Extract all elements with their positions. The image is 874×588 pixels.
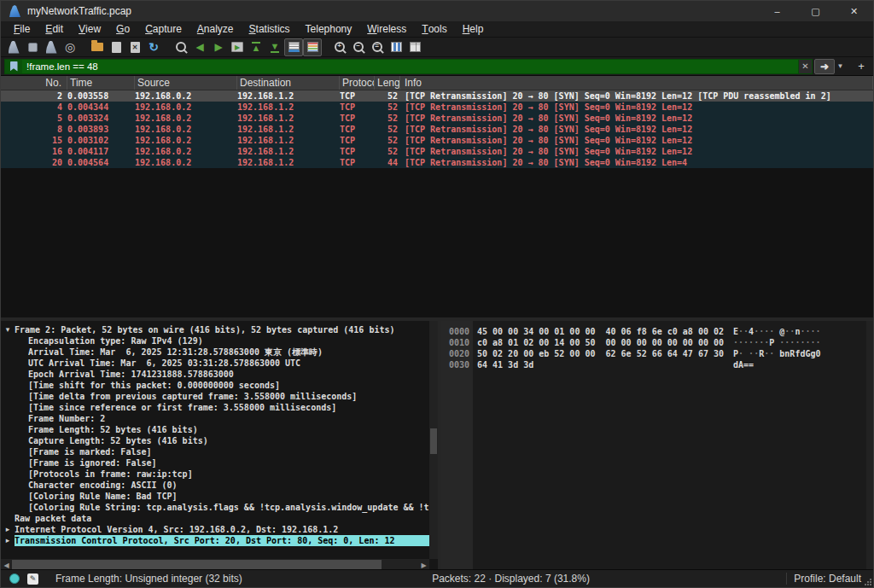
go-to-packet-button[interactable]: ▶: [228, 38, 247, 56]
filter-dropdown-caret[interactable]: ▼: [835, 59, 846, 74]
hex-row[interactable]: 003064 41 3d 3ddA==: [441, 359, 866, 370]
menu-item-file[interactable]: File: [6, 21, 38, 37]
packet-row[interactable]: 150.003102192.168.0.2192.168.1.2TCP52[TC…: [1, 135, 873, 146]
display-filter-field[interactable]: ✕: [4, 59, 813, 74]
reload-file-icon: ↻: [149, 41, 159, 53]
detail-line[interactable]: Raw packet data: [1, 513, 429, 524]
expander-icon[interactable]: ▸: [1, 535, 15, 546]
cell-protocol: TCP: [340, 135, 375, 146]
zoom-normal-button[interactable]: =: [368, 38, 387, 56]
expander-icon[interactable]: ▾: [1, 324, 15, 335]
detail-line[interactable]: Frame Number: 2: [1, 413, 429, 424]
detail-line[interactable]: [Coloring Rule Name: Bad TCP]: [1, 491, 429, 502]
bytes-vertical-scrollbar[interactable]: [866, 321, 873, 571]
column-header-source[interactable]: Source: [135, 76, 237, 90]
menu-item-help[interactable]: Help: [455, 21, 492, 37]
capture-comment-icon[interactable]: ✎: [27, 573, 38, 585]
start-capture-button[interactable]: [4, 38, 23, 56]
packet-row[interactable]: 20.003558192.168.0.2192.168.1.2TCP52[TCP…: [1, 90, 873, 102]
zoom-out-button[interactable]: −: [349, 38, 368, 56]
go-to-top-button[interactable]: ▲: [247, 38, 265, 56]
menu-item-capture[interactable]: Capture: [137, 21, 189, 37]
column-header-protocol[interactable]: Protocol: [340, 76, 375, 90]
detail-text: Character encoding: ASCII (0): [28, 480, 429, 491]
stop-capture-button[interactable]: [23, 38, 42, 56]
column-header-length[interactable]: Length: [375, 76, 400, 90]
detail-line[interactable]: [Protocols in frame: raw:ip:tcp]: [1, 469, 429, 480]
capture-options-button[interactable]: ◎: [61, 38, 79, 56]
detail-line[interactable]: Encapsulation type: Raw IPv4 (129): [1, 335, 429, 346]
status-separator: [786, 573, 787, 585]
menu-item-edit[interactable]: Edit: [38, 21, 71, 37]
detail-line[interactable]: Epoch Arrival Time: 1741231888.578863000: [1, 369, 429, 380]
restart-capture-button[interactable]: [42, 38, 61, 56]
packet-row[interactable]: 200.004564192.168.0.2192.168.1.2TCP44[TC…: [1, 157, 873, 168]
detail-line[interactable]: Capture Length: 52 bytes (416 bits): [1, 435, 429, 446]
column-header-info[interactable]: Info: [400, 76, 873, 90]
detail-line[interactable]: ▸Internet Protocol Version 4, Src: 192.1…: [1, 524, 429, 535]
save-file-button[interactable]: [107, 38, 125, 56]
hex-row[interactable]: 000045 00 00 34 00 01 00 00 40 06 f8 6e …: [441, 326, 866, 337]
close-file-icon: ✕: [131, 42, 140, 53]
colorize-button[interactable]: [303, 38, 322, 56]
auto-scroll-button[interactable]: [284, 38, 303, 56]
detail-line[interactable]: [Time since reference or first frame: 3.…: [1, 402, 429, 413]
go-forward-button[interactable]: ▶: [209, 38, 228, 56]
clear-filter-button[interactable]: ✕: [798, 60, 812, 73]
minimize-button[interactable]: –: [758, 1, 796, 21]
detail-line[interactable]: ▸Transmission Control Protocol, Src Port…: [1, 535, 429, 546]
column-header-no[interactable]: No.: [1, 76, 67, 90]
close-file-button[interactable]: ✕: [125, 38, 144, 56]
detail-text: Frame Length: 52 bytes (416 bits): [28, 424, 429, 435]
detail-line[interactable]: [Time shift for this packet: 0.000000000…: [1, 380, 429, 391]
apply-filter-button[interactable]: ➜: [814, 59, 835, 74]
go-to-bottom-button[interactable]: ▼: [265, 38, 284, 56]
maximize-button[interactable]: ▢: [796, 1, 835, 21]
resize-grip[interactable]: [865, 579, 871, 585]
close-button[interactable]: ✕: [835, 1, 873, 21]
details-vertical-scrollbar[interactable]: [429, 321, 438, 559]
display-filter-input[interactable]: [22, 61, 798, 72]
hex-row[interactable]: 0010c0 a8 01 02 00 14 00 50 00 00 00 00 …: [441, 337, 866, 348]
column-header-time[interactable]: Time: [67, 76, 135, 90]
detail-line[interactable]: [Frame is ignored: False]: [1, 457, 429, 469]
menu-item-analyze[interactable]: Analyze: [189, 21, 242, 37]
bookmark-icon: [10, 61, 18, 72]
menu-item-telephony[interactable]: Telephony: [298, 21, 360, 37]
detail-line[interactable]: [Time delta from previous captured frame…: [1, 391, 429, 402]
reset-layout-button[interactable]: [405, 38, 424, 56]
scroll-left-arrow-icon[interactable]: ◀: [1, 562, 12, 569]
hex-row[interactable]: 002050 02 20 00 eb 52 00 00 62 6e 52 66 …: [441, 348, 866, 359]
packet-row[interactable]: 50.003324192.168.0.2192.168.1.2TCP52[TCP…: [1, 113, 873, 124]
go-back-button[interactable]: ◀: [190, 38, 209, 56]
menu-item-wireless[interactable]: Wireless: [359, 21, 414, 37]
detail-line[interactable]: ▾Frame 2: Packet, 52 bytes on wire (416 …: [1, 324, 429, 335]
menu-item-statistics[interactable]: Statistics: [242, 21, 298, 37]
packet-row[interactable]: 80.003893192.168.0.2192.168.1.2TCP52[TCP…: [1, 124, 873, 135]
status-profile[interactable]: Profile: Default: [794, 573, 861, 585]
expander-spacer: [15, 413, 28, 424]
detail-line[interactable]: UTC Arrival Time: Mar 6, 2025 03:31:28.5…: [1, 358, 429, 369]
expander-icon[interactable]: ▸: [1, 524, 15, 535]
detail-line[interactable]: Frame Length: 52 bytes (416 bits): [1, 424, 429, 435]
find-packet-button[interactable]: [172, 38, 190, 56]
detail-line[interactable]: Character encoding: ASCII (0): [1, 480, 429, 491]
filter-bookmark-button[interactable]: [5, 60, 22, 73]
packet-row[interactable]: 40.004344192.168.0.2192.168.1.2TCP52[TCP…: [1, 102, 873, 113]
open-file-button[interactable]: [88, 38, 107, 56]
menu-item-tools[interactable]: Tools: [414, 21, 454, 37]
add-filter-button[interactable]: +: [853, 59, 870, 74]
detail-line[interactable]: [Coloring Rule String: tcp.analysis.flag…: [1, 502, 429, 513]
resize-columns-button[interactable]: [387, 38, 405, 56]
zoom-in-button[interactable]: +: [330, 38, 349, 56]
detail-line[interactable]: Arrival Time: Mar 6, 2025 12:31:28.57886…: [1, 346, 429, 358]
expert-info-icon[interactable]: [9, 573, 20, 584]
cell-source: 192.168.0.2: [135, 124, 237, 135]
packet-row[interactable]: 160.004117192.168.0.2192.168.1.2TCP52[TC…: [1, 146, 873, 157]
column-header-destination[interactable]: Destination: [237, 76, 340, 90]
reload-file-button[interactable]: ↻: [144, 38, 163, 56]
scroll-right-arrow-icon[interactable]: ▶: [418, 562, 429, 569]
menu-item-go[interactable]: Go: [108, 21, 137, 37]
menu-item-view[interactable]: View: [71, 21, 108, 37]
detail-line[interactable]: [Frame is marked: False]: [1, 446, 429, 457]
